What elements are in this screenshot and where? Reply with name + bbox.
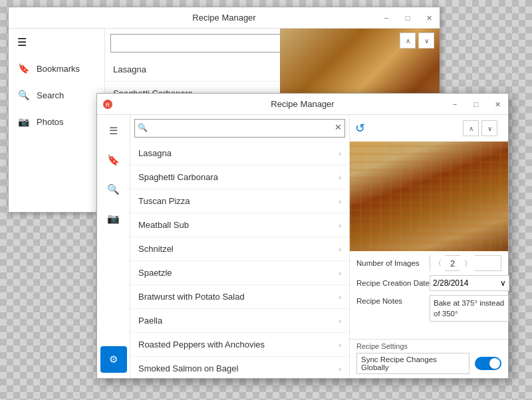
number-stepper: 〈 2 〉 (430, 255, 501, 271)
fg-hamburger-icon: ☰ (109, 125, 118, 137)
bg-sidebar: ☰ 🔖 Bookmarks 🔍 Search 📷 Photos (9, 29, 105, 212)
recipe-settings-section: Recipe Settings Sync Recipe Changes Glob… (350, 339, 508, 378)
bg-sidebar-item-search[interactable]: 🔍 Search (9, 82, 104, 108)
bookmarks-icon: 🔖 (17, 63, 30, 74)
toggle-knob (489, 358, 500, 369)
fg-maximize-button[interactable]: □ (466, 94, 487, 115)
recipe-name: Bratwurst with Potato Salad (138, 292, 245, 302)
list-item[interactable]: Spaetzle › (130, 261, 349, 285)
recipe-name: Roasted Peppers with Anchovies (138, 340, 265, 350)
bg-nav-down-button[interactable]: ∨ (418, 33, 434, 49)
fg-title-bar: R Recipe Manager − □ ✕ (97, 94, 508, 115)
chevron-right-icon: › (338, 245, 341, 253)
chevron-right-icon: › (338, 341, 341, 349)
chevron-right-icon: › (338, 317, 341, 325)
fg-window-title: Recipe Manager (271, 99, 334, 109)
bg-hamburger-button[interactable]: ☰ (9, 29, 35, 55)
creation-date-label: Recipe Creation Date (356, 279, 430, 287)
sync-label: Sync Recipe Changes Globally (356, 353, 469, 374)
list-item[interactable]: Tuscan Pizza › (130, 189, 349, 213)
foreground-window: R Recipe Manager − □ ✕ ☰ 🔖 🔍 📷 ⚙ 🔍 (96, 93, 509, 379)
fg-win-controls: − □ ✕ (444, 94, 508, 115)
stepper-decrease-button[interactable]: 〈 (430, 255, 445, 271)
chevron-right-icon: › (338, 221, 341, 229)
bg-close-button[interactable]: ✕ (418, 7, 440, 29)
recipe-name: Paella (138, 316, 162, 326)
recipe-list: Lasagna › Spaghetti Carbonara › Tuscan P… (130, 142, 349, 378)
fg-photos-icon: 📷 (107, 213, 120, 225)
fg-close-button[interactable]: ✕ (487, 94, 508, 115)
hamburger-icon: ☰ (17, 36, 27, 49)
recipe-name: Spaghetti Carbonara (138, 172, 218, 182)
chevron-right-icon: › (338, 365, 341, 373)
chevron-right-icon: › (338, 293, 341, 301)
fg-hamburger-button[interactable]: ☰ (100, 118, 127, 144)
fg-nav-up-button[interactable]: ∧ (463, 120, 479, 136)
fg-search-icon-inside: 🔍 (138, 123, 148, 132)
fg-bookmarks-button[interactable]: 🔖 (100, 147, 127, 173)
stepper-value: 2 (445, 258, 460, 268)
fg-food-image (350, 142, 508, 251)
recipe-name: Lasagna (138, 148, 172, 158)
fg-nav-arrows: ∧ ∨ (458, 118, 503, 139)
bg-title-bar: Recipe Manager − □ ✕ (9, 7, 440, 29)
recipe-name: Meatball Sub (138, 220, 189, 230)
list-item[interactable]: Schnitzel › (130, 237, 349, 261)
recipe-list-panel: 🔍 ✕ Lasagna › Spaghetti Carbonara › Tusc… (130, 115, 350, 378)
bg-window-title: Recipe Manager (192, 13, 255, 23)
notes-row: Recipe Notes Bake at 375° instead of 350… (356, 295, 501, 322)
list-item[interactable]: Spaghetti Carbonara › (130, 165, 349, 189)
recipe-name: Schnitzel (138, 244, 174, 254)
list-item[interactable]: Smoked Salmon on Bagel › (130, 357, 349, 378)
fg-search-button[interactable]: 🔍 (100, 176, 127, 203)
app-icon: R (102, 99, 113, 110)
fg-search-clear-button[interactable]: ✕ (334, 122, 342, 132)
recipe-name: Spaetzle (138, 268, 172, 278)
bg-sidebar-item-bookmarks[interactable]: 🔖 Bookmarks (9, 55, 104, 82)
creation-date-row: Recipe Creation Date 2/28/2014 ∨ (356, 275, 501, 291)
chevron-right-icon: › (338, 197, 341, 205)
bg-maximize-button[interactable]: □ (397, 7, 418, 29)
chevron-right-icon: › (338, 269, 341, 277)
fg-search-input[interactable] (134, 119, 345, 138)
creation-date-value: 2/28/2014 ∨ (430, 275, 509, 291)
fg-settings-icon: ⚙ (109, 353, 118, 365)
list-item[interactable]: Roasted Peppers with Anchovies › (130, 333, 349, 357)
fg-photos-button[interactable]: 📷 (100, 205, 127, 232)
list-item[interactable]: Lasagna › (130, 142, 349, 165)
bg-nav-up-button[interactable]: ∧ (400, 33, 416, 49)
num-images-label: Number of Images (356, 259, 430, 267)
reload-button[interactable]: ↺ (355, 121, 365, 136)
recipe-name: Smoked Salmon on Bagel (138, 363, 238, 373)
fg-nav-down-button[interactable]: ∨ (481, 120, 497, 136)
num-images-row: Number of Images 〈 2 〉 (356, 255, 501, 271)
bg-sidebar-item-photos[interactable]: 📷 Photos (9, 108, 104, 135)
date-dropdown[interactable]: 2/28/2014 ∨ (430, 275, 509, 291)
bg-sidebar-search-label: Search (37, 90, 64, 100)
chevron-right-icon: › (338, 150, 341, 157)
list-item[interactable]: Paella › (130, 309, 349, 333)
fg-settings-button[interactable]: ⚙ (100, 346, 127, 373)
notes-value-container: Bake at 375° instead of 350° (430, 295, 509, 322)
list-item[interactable]: Meatball Sub › (130, 213, 349, 237)
bg-recipe-label: Lasagna (113, 64, 146, 74)
sync-row: Sync Recipe Changes Globally (356, 353, 501, 374)
bg-nav-arrows: ∧ ∨ (400, 33, 434, 49)
bg-sidebar-photos-label: Photos (37, 117, 63, 127)
fg-search-icon: 🔍 (107, 183, 120, 195)
chevron-right-icon: › (338, 173, 341, 181)
photos-icon: 📷 (17, 116, 30, 127)
num-images-stepper: 〈 2 〉 (430, 255, 501, 271)
fg-minimize-button[interactable]: − (444, 94, 466, 115)
notes-label: Recipe Notes (356, 295, 430, 305)
list-item[interactable]: Bratwurst with Potato Salad › (130, 285, 349, 309)
recipe-settings-label: Recipe Settings (356, 342, 501, 350)
detail-fields: Number of Images 〈 2 〉 Recipe Creation D… (350, 251, 508, 339)
notes-text[interactable]: Bake at 375° instead of 350° (430, 295, 509, 322)
bg-minimize-button[interactable]: − (376, 7, 397, 29)
search-icon: 🔍 (17, 90, 30, 100)
stepper-increase-button[interactable]: 〉 (460, 255, 475, 271)
bg-win-controls: − □ ✕ (376, 7, 440, 29)
sync-toggle[interactable] (475, 357, 501, 370)
date-value: 2/28/2014 (433, 278, 468, 288)
